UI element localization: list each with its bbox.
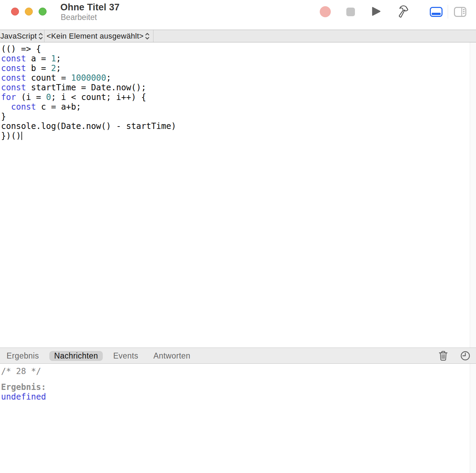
popup-chevrons-icon bbox=[145, 32, 150, 40]
console-tab-ergebnis[interactable]: Ergebnis bbox=[2, 351, 44, 361]
stop-button[interactable] bbox=[345, 6, 356, 17]
toggle-sidebar-button[interactable] bbox=[453, 6, 467, 19]
code-token-plain: } bbox=[1, 112, 6, 121]
stop-icon bbox=[346, 8, 355, 16]
code-token-keyword: const bbox=[1, 54, 26, 63]
titlebar: Ohne Titel 37 Bearbeitet bbox=[0, 0, 476, 30]
code-token-plain: ; bbox=[56, 54, 61, 63]
element-popup[interactable]: <Kein Element ausgewählt> bbox=[47, 30, 150, 42]
code-token-plain: console.log(Date.now() - startTime) bbox=[1, 121, 176, 131]
language-popup[interactable]: JavaScript bbox=[0, 30, 43, 42]
close-button[interactable] bbox=[11, 8, 19, 16]
code-token-number: 2 bbox=[51, 63, 56, 73]
code-token-plain: ; i < count; i++) { bbox=[51, 92, 146, 102]
code-token-number: 1 bbox=[51, 54, 56, 63]
code-line[interactable]: const c = a+b; bbox=[1, 102, 176, 112]
code-token-plain: (() => { bbox=[1, 44, 41, 54]
code-token-plain: ; bbox=[106, 73, 111, 83]
popup-separator bbox=[44, 30, 44, 42]
toggle-bottom-panel-icon bbox=[430, 7, 443, 17]
console-tab-events[interactable]: Events bbox=[108, 351, 143, 361]
console-tab-nachrichten[interactable]: Nachrichten bbox=[49, 351, 103, 361]
console-tab-antworten[interactable]: Antworten bbox=[149, 351, 195, 361]
console-tab-bar: ErgebnisNachrichtenEventsAntworten bbox=[0, 348, 476, 364]
popup-chevrons-icon bbox=[38, 32, 43, 40]
code-token-keyword: for bbox=[1, 92, 16, 102]
zoom-button[interactable] bbox=[39, 8, 47, 16]
console-comment: /* 28 */ bbox=[1, 366, 41, 376]
code-token-number: 0 bbox=[46, 92, 51, 102]
code-line[interactable]: const startTime = Date.now(); bbox=[1, 83, 176, 92]
code-line[interactable]: const b = 2; bbox=[1, 63, 176, 73]
record-button[interactable] bbox=[319, 6, 331, 18]
toggle-sidebar-icon bbox=[454, 7, 466, 17]
run-icon bbox=[371, 7, 381, 16]
code-token-keyword: const bbox=[1, 63, 26, 73]
compile-button[interactable] bbox=[397, 4, 410, 20]
trash-icon bbox=[439, 351, 448, 361]
code-token-plain: })() bbox=[1, 131, 21, 141]
code-token-number: 1000000 bbox=[71, 73, 106, 83]
history-button[interactable] bbox=[460, 350, 470, 362]
minimize-button[interactable] bbox=[25, 8, 33, 16]
code-line[interactable]: } bbox=[1, 112, 176, 121]
code-token-plain bbox=[1, 102, 11, 112]
console-result-value: undefined bbox=[1, 392, 46, 402]
history-clock-icon bbox=[460, 351, 470, 361]
code-line[interactable]: console.log(Date.now() - startTime) bbox=[1, 121, 176, 131]
code-token-plain: ; bbox=[56, 63, 61, 73]
code-lines: (() => {const a = 1;const b = 2;const co… bbox=[1, 44, 176, 141]
code-line[interactable]: const a = 1; bbox=[1, 54, 176, 63]
code-token-plain: c = a+b; bbox=[36, 102, 81, 112]
code-token-keyword: const bbox=[1, 83, 26, 92]
popup-separator bbox=[153, 30, 153, 42]
code-token-keyword: const bbox=[11, 102, 36, 112]
code-line[interactable]: (() => { bbox=[1, 44, 176, 54]
editor-scrollbar-track[interactable] bbox=[470, 42, 476, 348]
clear-log-button[interactable] bbox=[439, 350, 448, 362]
code-token-plain: a = bbox=[26, 54, 51, 63]
code-line[interactable]: const count = 1000000; bbox=[1, 73, 176, 83]
toggle-bottom-panel-button[interactable] bbox=[429, 6, 444, 19]
element-popup-value: <Kein Element ausgewählt> bbox=[47, 32, 143, 41]
window-title: Ohne Titel 37 bbox=[60, 2, 120, 13]
console-output[interactable]: /* 28 */ Ergebnis: undefined bbox=[0, 364, 470, 473]
code-token-keyword: const bbox=[1, 73, 26, 83]
record-icon bbox=[320, 6, 331, 17]
code-token-plain: (i = bbox=[16, 92, 46, 102]
code-editor[interactable]: (() => {const a = 1;const b = 2;const co… bbox=[0, 42, 476, 348]
navigation-bar: JavaScript <Kein Element ausgewählt> bbox=[0, 30, 476, 42]
code-token-plain: b = bbox=[26, 63, 51, 73]
code-line[interactable]: for (i = 0; i < count; i++) { bbox=[1, 92, 176, 102]
code-token-plain: startTime = Date.now(); bbox=[26, 83, 146, 92]
console-scrollbar-track[interactable] bbox=[470, 364, 476, 473]
code-line[interactable]: })() bbox=[1, 131, 176, 141]
window-edited-status: Bearbeitet bbox=[61, 13, 97, 22]
run-button[interactable] bbox=[370, 6, 381, 17]
text-caret bbox=[21, 132, 22, 140]
language-popup-value: JavaScript bbox=[0, 32, 37, 41]
code-token-plain: count = bbox=[26, 73, 71, 83]
toolbar-separator bbox=[448, 5, 448, 19]
compile-hammer-icon bbox=[398, 4, 409, 19]
console-result-label: Ergebnis: bbox=[1, 382, 46, 392]
